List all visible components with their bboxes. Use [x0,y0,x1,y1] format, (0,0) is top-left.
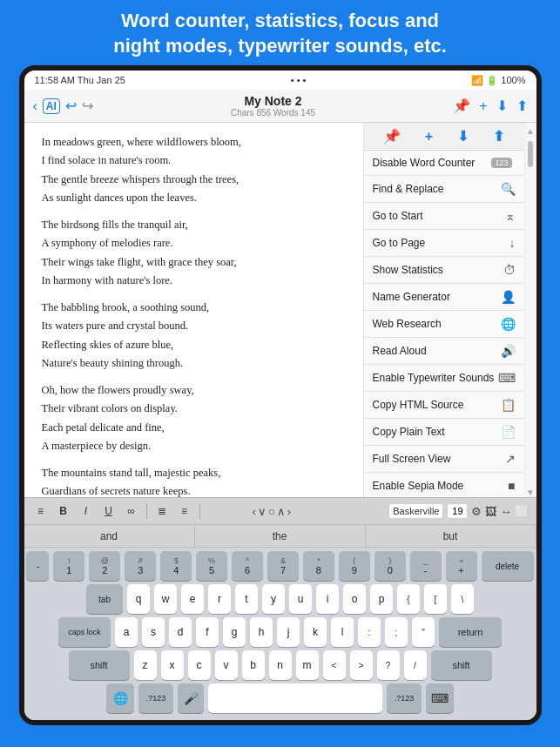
key-equals[interactable]: =+ [446,551,477,581]
menu-icon-share[interactable]: ⬆ [493,128,504,145]
format-italic[interactable]: I [77,501,96,521]
pin-icon[interactable]: 📌 [453,98,470,114]
menu-item-web-research[interactable]: Web Research 🌐 [364,311,524,338]
key-6[interactable]: ^6 [232,551,263,581]
menu-item-find-replace[interactable]: Find & Replace 🔍 [364,176,524,203]
key-semicolon[interactable]: ; [385,617,408,647]
menu-icon-pin[interactable]: 📌 [383,128,401,145]
key-u[interactable]: u [289,584,312,614]
key-underscore[interactable]: _- [410,551,442,581]
left-shift-key[interactable]: shift [69,650,130,680]
globe-key[interactable]: 🌐 [106,683,134,713]
key-lbrace[interactable]: { [397,584,420,614]
menu-item-read-aloud[interactable]: Read Aloud 🔊 [364,338,524,365]
autocomplete-and[interactable]: and [24,525,195,547]
key-k[interactable]: k [304,617,327,647]
key-slash[interactable]: / [404,650,427,680]
key-c[interactable]: c [188,650,211,680]
key-d[interactable]: d [169,617,192,647]
key-y[interactable]: y [262,584,285,614]
key-i[interactable]: i [316,584,339,614]
key-m[interactable]: m [296,650,319,680]
key-z[interactable]: z [134,650,157,680]
key-x[interactable]: x [161,650,184,680]
key-gt[interactable]: > [350,650,373,680]
nav-left-btn[interactable]: ‹ [253,505,256,518]
menu-item-go-to-start[interactable]: Go to Start ⌅ [364,203,524,230]
key-f[interactable]: f [196,617,219,647]
key-t[interactable]: t [235,584,258,614]
format-list-unordered[interactable]: ≡ [175,501,194,521]
key-2[interactable]: @2 [89,551,120,581]
scroll-thumb[interactable] [528,141,533,167]
key-colon[interactable]: : [358,617,381,647]
key-5[interactable]: %5 [196,551,227,581]
format-underline[interactable]: U [99,501,118,521]
menu-item-copy-plain[interactable]: Copy Plain Text 📄 [364,419,524,446]
key-l[interactable]: l [331,617,354,647]
redo-button[interactable]: ↪ [82,98,93,114]
key-backslash[interactable]: \ [451,584,474,614]
key-r[interactable]: r [208,584,231,614]
return-key[interactable]: return [439,617,502,647]
key-j[interactable]: j [277,617,300,647]
format-settings-icon[interactable]: ⚙ [471,505,482,518]
key-quote[interactable]: " [412,617,435,647]
format-box-icon[interactable]: ⬜ [515,505,529,518]
key-p[interactable]: p [370,584,393,614]
nav-down-btn[interactable]: ∨ [258,505,267,518]
key-7[interactable]: &7 [267,551,299,581]
menu-item-typewriter[interactable]: Enable Typewriter Sounds ⌨ [364,365,524,392]
key-o[interactable]: o [343,584,366,614]
ai-button[interactable]: AI [43,98,60,114]
menu-item-word-counter[interactable]: Disable Word Counter 123 [364,151,524,176]
key-s[interactable]: s [142,617,165,647]
download-icon[interactable]: ⬇ [496,98,508,114]
key-3[interactable]: #3 [125,551,156,581]
key-g[interactable]: g [223,617,246,647]
tab-key[interactable]: tab [86,584,123,614]
menu-item-sepia[interactable]: Enable Sepia Mode ■ [364,473,524,497]
font-name[interactable]: Baskerville [388,503,443,519]
menu-item-go-to-page[interactable]: Go to Page ↓ [364,230,524,257]
key-lbracket[interactable]: [ [424,584,447,614]
num-key-right[interactable]: .?123 [387,683,422,713]
key-a[interactable]: a [115,617,138,647]
key-e[interactable]: e [181,584,204,614]
back-button[interactable]: ‹ [33,98,37,114]
scroll-up-arrow[interactable]: ▲ [526,126,535,136]
format-indent[interactable]: ≡ [31,501,51,521]
format-expand-icon[interactable]: ↔ [500,505,511,518]
nav-circle-btn[interactable]: ○ [268,505,275,518]
undo-button[interactable]: ↩ [65,98,77,114]
format-list-ordered[interactable]: ≣ [152,501,172,521]
font-size[interactable]: 19 [447,503,468,519]
autocomplete-but[interactable]: but [366,525,536,547]
nav-up-btn[interactable]: ∧ [277,505,286,518]
caps-lock-key[interactable]: caps lock [58,617,111,647]
menu-item-statistics[interactable]: Show Statistics ⏱ [364,257,524,284]
document-area[interactable]: In meadows green, where wildflowers bloo… [24,123,363,497]
key-4[interactable]: $4 [160,551,192,581]
menu-item-copy-html[interactable]: Copy HTML Source 📋 [364,392,524,419]
menu-item-name-generator[interactable]: Name Generator 👤 [364,284,524,311]
mic-key[interactable]: 🎤 [178,683,204,713]
scroll-down-arrow[interactable]: ▼ [526,488,535,497]
format-image-icon[interactable]: 🖼 [485,505,496,518]
key-1[interactable]: !1 [53,551,84,581]
delete-key[interactable]: delete [482,551,534,581]
key-n[interactable]: n [269,650,292,680]
key-w[interactable]: w [154,584,177,614]
autocomplete-the[interactable]: the [195,525,366,547]
num-key-left[interactable]: .?123 [138,683,173,713]
key-minus[interactable]: - [26,551,49,581]
key-8[interactable]: *8 [303,551,334,581]
add-button[interactable]: + [479,98,487,114]
space-key[interactable] [208,683,382,713]
keyboard-dismiss-key[interactable]: ⌨ [426,683,454,713]
key-lt[interactable]: < [323,650,346,680]
right-shift-key[interactable]: shift [431,650,492,680]
key-q[interactable]: q [127,584,150,614]
key-9[interactable]: (9 [339,551,370,581]
key-0[interactable]: )0 [374,551,406,581]
